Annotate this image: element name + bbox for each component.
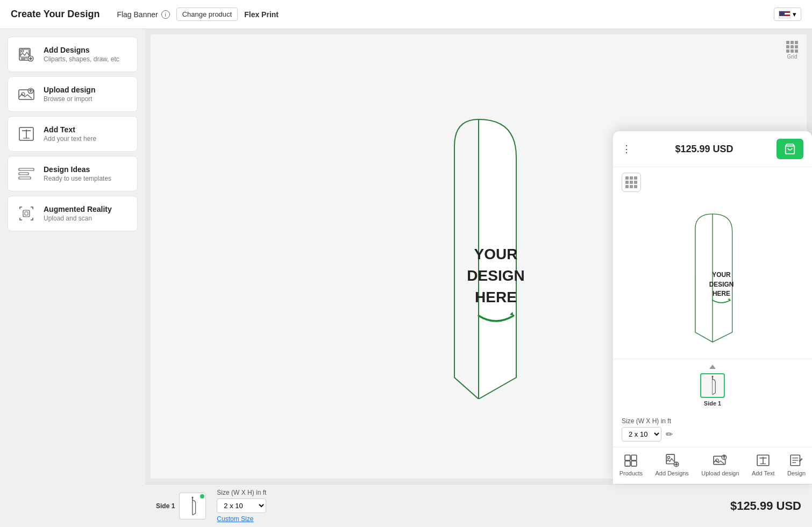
popup-nav-upload-design[interactable]: Upload design bbox=[701, 453, 739, 476]
svg-point-33 bbox=[711, 376, 713, 378]
popup-canvas: YOUR DESIGN HERE bbox=[613, 197, 812, 359]
product-info: Flag Banner i bbox=[117, 10, 169, 19]
side-thumbnail[interactable] bbox=[179, 493, 206, 519]
bottom-bar: Side 1 Size (W X H) in ft 2 x 10 Custom bbox=[145, 484, 812, 527]
svg-point-39 bbox=[667, 456, 669, 458]
svg-rect-17 bbox=[19, 173, 29, 175]
design-ideas-subtitle: Ready to use templates bbox=[44, 175, 111, 182]
svg-rect-16 bbox=[19, 168, 34, 170]
svg-rect-18 bbox=[19, 177, 31, 179]
popup-side-thumbnail[interactable] bbox=[700, 373, 725, 398]
add-to-cart-button[interactable] bbox=[777, 139, 803, 159]
popup-side-button[interactable]: Side 1 bbox=[700, 365, 725, 407]
add-text-title: Add Text bbox=[44, 125, 96, 134]
popup-bottom-nav: Products Add Designs bbox=[613, 447, 812, 484]
popup-grid-icon bbox=[625, 176, 637, 188]
augmented-reality-title: Augmented Reality bbox=[44, 205, 112, 213]
change-product-button[interactable]: Change product bbox=[176, 8, 238, 21]
popup-nav-add-text-label: Add Text bbox=[752, 470, 775, 476]
product-name: Flag Banner bbox=[117, 10, 158, 19]
svg-point-2 bbox=[22, 50, 24, 52]
svg-text:DESIGN: DESIGN bbox=[467, 267, 524, 284]
popup-add-text-icon bbox=[756, 453, 771, 468]
grid-label: Grid bbox=[787, 54, 797, 60]
language-selector[interactable]: ▾ bbox=[774, 8, 801, 21]
flag-banner-main: YOUR DESIGN HERE bbox=[425, 34, 532, 479]
side-preview: Side 1 bbox=[156, 493, 206, 519]
custom-size-link[interactable]: Custom Size bbox=[217, 515, 266, 523]
popup-nav-products[interactable]: Products bbox=[619, 453, 643, 476]
popup-nav-add-designs[interactable]: Add Designs bbox=[656, 453, 689, 476]
svg-rect-34 bbox=[625, 455, 631, 460]
size-select[interactable]: 2 x 10 bbox=[217, 498, 266, 513]
upload-design-icon bbox=[17, 84, 36, 104]
popup-nav-add-text[interactable]: Add Text bbox=[752, 453, 775, 476]
popup-size-label: Size (W X H) in ft bbox=[622, 417, 803, 425]
svg-text:DESIGN: DESIGN bbox=[709, 281, 734, 288]
popup-side-thumb-icon bbox=[705, 375, 720, 396]
chevron-up-icon[interactable] bbox=[709, 365, 716, 369]
popup-nav-upload-label: Upload design bbox=[701, 470, 739, 476]
side-thumb-icon bbox=[184, 495, 201, 517]
svg-rect-38 bbox=[666, 454, 674, 464]
page-title: Create Your Design bbox=[11, 9, 99, 20]
popup-add-designs-icon bbox=[665, 453, 680, 468]
svg-text:YOUR: YOUR bbox=[712, 271, 731, 279]
grid-button[interactable]: Grid bbox=[786, 41, 798, 60]
augmented-reality-subtitle: Upload and scan bbox=[44, 215, 112, 222]
size-label: Size (W X H) in ft bbox=[217, 489, 266, 496]
popup-nav-add-designs-label: Add Designs bbox=[656, 470, 689, 476]
add-designs-icon bbox=[17, 45, 36, 64]
popup-flag-banner: YOUR DESIGN HERE bbox=[683, 208, 742, 348]
edit-icon[interactable]: ✏ bbox=[666, 429, 673, 439]
upload-design-subtitle: Browse or import bbox=[44, 95, 95, 103]
popup-nav-design-label: Design bbox=[787, 470, 806, 476]
info-icon[interactable]: i bbox=[161, 10, 170, 19]
svg-rect-20 bbox=[25, 212, 28, 215]
sidebar: Add Designs Cliparts, shapes, draw, etc … bbox=[0, 29, 145, 527]
price-display: $125.99 USD bbox=[730, 499, 801, 513]
sidebar-item-add-text[interactable]: Add Text Add your text here bbox=[8, 116, 138, 152]
svg-point-26 bbox=[192, 496, 194, 498]
popup-side-label: Side 1 bbox=[704, 400, 721, 407]
sidebar-item-design-ideas[interactable]: Design Ideas Ready to use templates bbox=[8, 156, 138, 191]
products-icon bbox=[623, 453, 638, 468]
us-flag-icon bbox=[779, 11, 790, 18]
augmented-reality-icon bbox=[17, 204, 36, 223]
popup-design-icon bbox=[789, 453, 804, 468]
svg-rect-35 bbox=[631, 455, 637, 460]
size-section: Size (W X H) in ft 2 x 10 Custom Size bbox=[217, 489, 266, 523]
add-designs-title: Add Designs bbox=[44, 46, 119, 54]
sidebar-item-upload-design[interactable]: Upload design Browse or import bbox=[8, 76, 138, 112]
side-label: Side 1 bbox=[156, 502, 175, 510]
add-designs-subtitle: Cliparts, shapes, draw, etc bbox=[44, 55, 119, 63]
popup-panel: ⋮ $125.99 USD YOUR DESIGN HERE bbox=[613, 131, 812, 484]
sidebar-item-add-designs[interactable]: Add Designs Cliparts, shapes, draw, etc bbox=[8, 37, 138, 72]
popup-upload-icon bbox=[713, 453, 728, 468]
popup-size-select[interactable]: 2 x 10 bbox=[622, 427, 661, 441]
design-ideas-icon bbox=[17, 164, 36, 183]
chevron-down-icon: ▾ bbox=[793, 10, 796, 18]
upload-design-title: Upload design bbox=[44, 86, 95, 94]
popup-header: ⋮ $125.99 USD bbox=[613, 131, 812, 167]
svg-rect-37 bbox=[631, 461, 637, 466]
popup-size-section: Size (W X H) in ft 2 x 10 ✏ bbox=[613, 412, 812, 447]
svg-text:YOUR: YOUR bbox=[474, 246, 518, 262]
popup-price: $125.99 USD bbox=[675, 144, 733, 155]
popup-grid-button[interactable] bbox=[622, 173, 641, 192]
print-type-label: Flex Print bbox=[244, 10, 279, 19]
header: Create Your Design Flag Banner i Change … bbox=[0, 0, 812, 29]
cart-icon bbox=[784, 143, 796, 155]
popup-nav-design[interactable]: Design bbox=[787, 453, 806, 476]
sidebar-item-augmented-reality[interactable]: Augmented Reality Upload and scan bbox=[8, 196, 138, 231]
grid-icon bbox=[786, 41, 798, 53]
more-options-button[interactable]: ⋮ bbox=[622, 143, 632, 155]
popup-nav-products-label: Products bbox=[619, 470, 643, 476]
active-indicator bbox=[200, 494, 204, 498]
popup-side-bar: Side 1 bbox=[613, 359, 812, 412]
svg-text:HERE: HERE bbox=[713, 290, 730, 297]
popup-size-row: 2 x 10 ✏ bbox=[622, 427, 803, 441]
add-text-icon bbox=[17, 124, 36, 144]
design-ideas-title: Design Ideas bbox=[44, 165, 111, 174]
svg-rect-19 bbox=[23, 210, 30, 217]
